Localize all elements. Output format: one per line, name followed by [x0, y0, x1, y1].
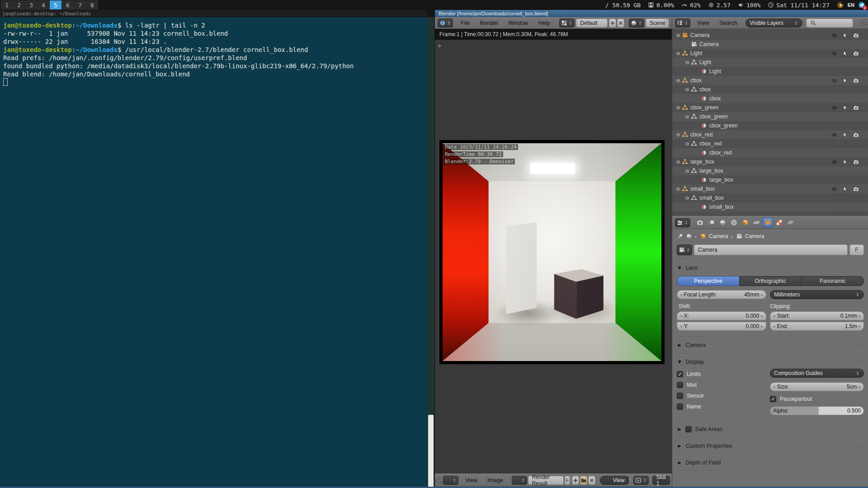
tab-object[interactable] [740, 217, 750, 228]
lens-mode-perspective[interactable]: Perspective [677, 276, 739, 286]
clip-end-slider[interactable]: ◂End: 1.5m▸ [770, 322, 864, 331]
composition-guides-dropdown[interactable]: Composition Guides [770, 369, 864, 378]
lens-panel-header[interactable]: ▼ Lens :::: [677, 264, 864, 272]
outliner-row-large_box-l0[interactable]: ⊖large_box [672, 157, 868, 166]
tab-render-layers[interactable] [706, 217, 717, 228]
workspace-button-5[interactable]: 5 [50, 0, 61, 9]
display-panel-header[interactable]: ▼ Display :::: [677, 358, 864, 366]
shift-x-slider[interactable]: ◂X: 0.000▸ [677, 311, 766, 320]
tab-world[interactable] [729, 217, 739, 228]
outliner-row-small_box-l1[interactable]: ⊖small_box [672, 193, 868, 202]
workspace-button-2[interactable]: 2 [13, 0, 25, 9]
camera-datablock-selector[interactable] [677, 244, 692, 255]
restrict-visibility-icon[interactable] [831, 51, 837, 56]
delete-layout-button[interactable] [617, 19, 624, 28]
panel-drag-handle[interactable]: :::: [857, 359, 864, 365]
outliner-row-cbox_red-l2[interactable]: cbox_red [672, 148, 868, 157]
passepartout-checkbox[interactable]: ✓ [770, 396, 776, 402]
outliner-menu-search[interactable]: Search [714, 20, 742, 26]
fake-user-button[interactable]: F [565, 476, 570, 485]
tab-physics[interactable] [785, 217, 796, 228]
render-slot-dropdown[interactable]: Slot 1 [652, 476, 670, 485]
restrict-selectability-icon[interactable] [842, 51, 848, 56]
telegram-icon[interactable]: 1 [858, 1, 865, 9]
outliner-row-cbox-l2[interactable]: cbox [672, 94, 868, 103]
restrict-renderability-icon[interactable] [853, 159, 859, 165]
restrict-visibility-icon[interactable] [831, 186, 837, 192]
render-display-button[interactable] [633, 476, 649, 485]
restrict-renderability-icon[interactable] [853, 78, 859, 84]
outliner-row-light-l0[interactable]: ⊖Light [672, 49, 868, 58]
terminal-body[interactable]: jan@tuxedo-desktop:~/Downloads$ ls -lagt… [0, 17, 427, 488]
clip-start-slider[interactable]: ◂Start: 0.1mm▸ [770, 311, 864, 320]
restrict-selectability-icon[interactable] [842, 78, 848, 84]
terminal-scrollbar[interactable] [427, 17, 434, 488]
tab-scene[interactable] [717, 217, 728, 228]
image-menu-view[interactable]: View [460, 477, 482, 483]
outliner-row-large_box-l2[interactable]: large_box [672, 175, 868, 184]
outliner-filter-dropdown[interactable]: Visible Layers [745, 19, 802, 28]
panel-drag-handle[interactable]: :::: [857, 443, 864, 449]
breadcrumb-object[interactable]: Camera [709, 233, 728, 239]
keyboard-layout-indicator[interactable]: EN [848, 2, 854, 8]
outliner-row-light-l1[interactable]: ⊖Light [672, 58, 868, 67]
mist-checkbox[interactable] [677, 382, 683, 388]
open-image-button[interactable] [580, 476, 587, 485]
camera-name-field[interactable]: Camera [694, 244, 848, 255]
outliner-row-cbox_red-l1[interactable]: ⊖cbox_red [672, 139, 868, 148]
add-layout-button[interactable] [609, 19, 616, 28]
outliner-row-cbox-l1[interactable]: ⊖cbox [672, 85, 868, 94]
info-menu-file[interactable]: File [456, 20, 475, 26]
lens-mode-panoramic[interactable]: Panoramic [801, 276, 864, 286]
new-image-button[interactable] [572, 476, 579, 485]
image-editor-type-button[interactable] [443, 476, 458, 485]
restrict-renderability-icon[interactable] [853, 186, 859, 192]
passepartout-alpha-slider[interactable]: Alpha: 0.500 [770, 406, 864, 415]
image-datablock-icon-button[interactable] [512, 476, 527, 485]
outliner-row-camera-l0[interactable]: ⊖Camera [672, 31, 868, 40]
tab-object-data[interactable] [763, 217, 773, 228]
shift-y-slider[interactable]: ◂Y: 0.000▸ [677, 322, 766, 331]
workspace-button-8[interactable]: 8 [86, 0, 98, 9]
panel-drag-handle[interactable]: :::: [857, 343, 864, 348]
tab-constraints[interactable] [751, 217, 762, 228]
restrict-selectability-icon[interactable] [842, 105, 848, 111]
restrict-renderability-icon[interactable] [853, 132, 859, 138]
restrict-selectability-icon[interactable] [842, 132, 848, 138]
workspace-button-6[interactable]: 6 [62, 0, 74, 9]
outliner-row-large_box-l1[interactable]: ⊖large_box [672, 166, 868, 175]
outliner-row-cbox_green-l0[interactable]: ⊖cbox_green [672, 103, 868, 112]
terminal-scrollbar-thumb[interactable] [428, 415, 434, 488]
lens-unit-dropdown[interactable]: Millimeters [770, 290, 864, 299]
workspace-button-3[interactable]: 3 [25, 0, 37, 9]
restrict-visibility-icon[interactable] [831, 78, 837, 84]
restrict-visibility-icon[interactable] [831, 105, 837, 111]
outliner-row-small_box-l2[interactable]: small_box [672, 202, 868, 211]
restrict-visibility-icon[interactable] [831, 159, 837, 165]
terminal-titlebar[interactable]: jan@tuxedo-desktop: ~/Downloads [0, 10, 427, 17]
focal-length-slider[interactable]: ◂ Focal Length: 45mm ▸ [677, 290, 766, 299]
image-editor-canvas[interactable]: + [435, 40, 672, 474]
outliner-editor-type-button[interactable] [675, 19, 690, 28]
info-menu-render[interactable]: Render [475, 20, 503, 26]
region-expand-icon[interactable]: + [438, 42, 442, 49]
workspace-button-4[interactable]: 4 [38, 0, 49, 9]
image-datablock-name[interactable]: Render Result [528, 476, 564, 485]
restrict-visibility-icon[interactable] [831, 33, 837, 38]
panel-drag-handle[interactable]: :::: [857, 265, 864, 271]
workspace-button-1[interactable]: 1 [1, 0, 13, 9]
safe-areas-checkbox[interactable] [685, 426, 692, 432]
blender-titlebar[interactable]: Blender [/home/jan/Downloads/cornell_box… [435, 10, 868, 17]
scene-selector-icon-button[interactable] [629, 19, 644, 28]
restrict-selectability-icon[interactable] [842, 186, 848, 192]
unlink-image-button[interactable] [588, 476, 595, 485]
restrict-selectability-icon[interactable] [842, 33, 848, 38]
outliner-row-light-l2[interactable]: Light [672, 67, 868, 76]
outliner-row-cbox_green-l1[interactable]: ⊖cbox_green [672, 112, 868, 121]
lens-mode-orthographic[interactable]: Orthographic [739, 276, 802, 286]
sensor-checkbox[interactable] [677, 393, 683, 399]
restrict-renderability-icon[interactable] [853, 105, 859, 111]
view-mode-dropdown[interactable]: View [600, 476, 630, 485]
display-size-slider[interactable]: ◂Size: 5cm▸ [770, 382, 864, 391]
layout-name-field[interactable]: Default [576, 19, 608, 28]
